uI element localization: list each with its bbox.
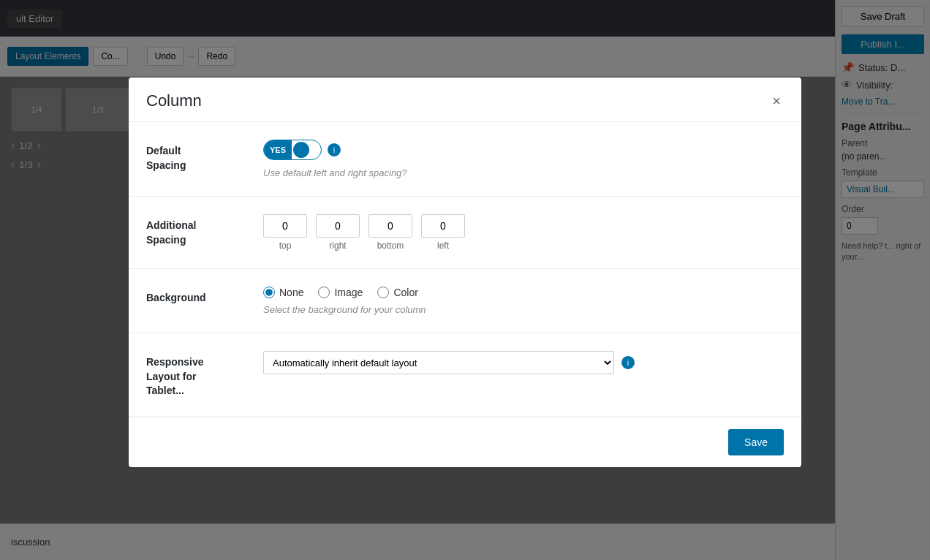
background-content: None Image Color Select the background f…: [263, 287, 784, 315]
spacing-left-input[interactable]: [421, 214, 465, 238]
modal-save-button[interactable]: Save: [728, 429, 784, 455]
spacing-left-field: left: [421, 214, 465, 251]
spacing-top-field: top: [263, 214, 307, 251]
spacing-right-input[interactable]: [316, 214, 360, 238]
default-spacing-info-icon[interactable]: i: [328, 143, 341, 156]
additional-spacing-label: Additional Spacing: [146, 214, 241, 247]
default-spacing-helper: Use default left and right spacing?: [263, 167, 784, 178]
background-image-radio[interactable]: [318, 287, 330, 298]
background-none-radio[interactable]: [263, 287, 275, 298]
column-modal: Column × Default Spacing YES i Use defau…: [129, 77, 801, 467]
modal-body: Default Spacing YES i Use default left a…: [129, 122, 801, 417]
background-color-option[interactable]: Color: [377, 287, 417, 298]
background-section: Background None Image Color: [129, 269, 801, 333]
responsive-layout-label: Responsive Layout for Tablet...: [146, 351, 241, 398]
spacing-bottom-field: bottom: [368, 214, 412, 251]
modal-footer: Save: [129, 417, 801, 467]
background-image-option[interactable]: Image: [318, 287, 363, 298]
modal-close-button[interactable]: ×: [769, 91, 784, 111]
toggle-circle: [293, 142, 309, 158]
default-spacing-content: YES i Use default left and right spacing…: [263, 140, 784, 178]
spacing-top-input[interactable]: [263, 214, 307, 238]
spacing-top-label: top: [279, 241, 292, 251]
modal-header: Column ×: [129, 77, 801, 122]
background-radio-row: None Image Color: [263, 287, 784, 298]
background-label: Background: [146, 287, 241, 306]
toggle-yes-label: YES: [264, 140, 292, 159]
spacing-inputs-row: top right bottom left: [263, 214, 784, 251]
responsive-layout-section: Responsive Layout for Tablet... Automati…: [129, 333, 801, 417]
background-helper-text: Select the background for your column: [263, 304, 784, 315]
default-spacing-label: Default Spacing: [146, 140, 241, 173]
background-color-radio[interactable]: [377, 287, 389, 298]
spacing-right-label: right: [329, 241, 346, 251]
default-spacing-toggle-row: YES i: [263, 140, 784, 160]
spacing-right-field: right: [316, 214, 360, 251]
responsive-layout-content: Automatically inherit default layout Ful…: [263, 351, 784, 374]
modal-title: Column: [146, 91, 202, 110]
responsive-layout-select[interactable]: Automatically inherit default layout Ful…: [263, 351, 614, 374]
spacing-left-label: left: [437, 241, 449, 251]
spacing-bottom-input[interactable]: [368, 214, 412, 238]
background-color-label: Color: [393, 287, 417, 298]
background-image-label: Image: [334, 287, 363, 298]
default-spacing-toggle[interactable]: YES: [263, 140, 322, 160]
background-none-label: None: [279, 287, 303, 298]
default-spacing-section: Default Spacing YES i Use default left a…: [129, 122, 801, 197]
spacing-bottom-label: bottom: [377, 241, 404, 251]
additional-spacing-content: top right bottom left: [263, 214, 784, 251]
background-none-option[interactable]: None: [263, 287, 303, 298]
responsive-layout-info-icon[interactable]: i: [621, 356, 635, 369]
additional-spacing-section: Additional Spacing top right bottom: [129, 197, 801, 269]
